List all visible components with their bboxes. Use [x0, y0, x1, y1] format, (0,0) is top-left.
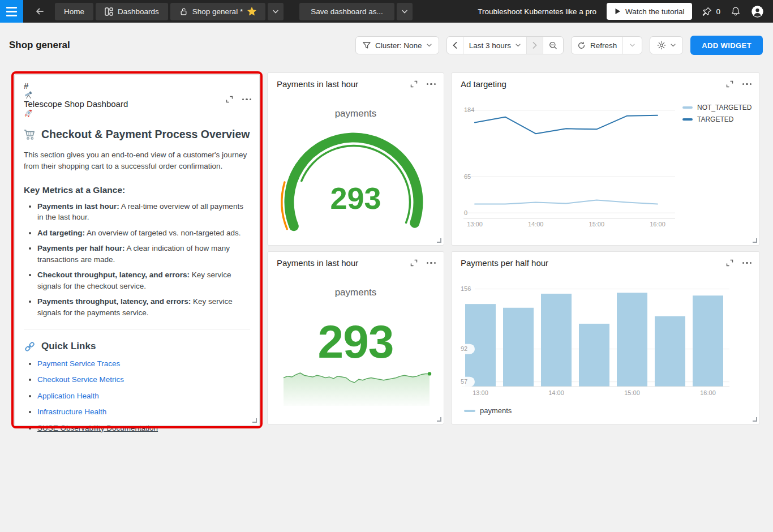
line-chart: 18465013:0014:0015:0016:00 [452, 73, 761, 246]
widget-menu-button[interactable] [427, 81, 436, 88]
avatar-icon [751, 5, 764, 18]
expand-widget-button[interactable] [410, 259, 418, 267]
quick-link[interactable]: Application Health [37, 392, 99, 400]
resize-handle[interactable] [437, 238, 441, 243]
time-range-button[interactable]: Last 3 hours [463, 37, 526, 54]
time-range-control: Last 3 hours [446, 36, 564, 54]
bell-icon [731, 6, 741, 17]
refresh-control: Refresh [571, 36, 642, 54]
chevron-down-icon [671, 44, 676, 47]
divider [24, 329, 250, 329]
metric-item: Payments in last hour: A real-time overv… [37, 201, 250, 223]
tab-dashboards[interactable]: Dashboards [96, 3, 168, 20]
chevron-down-icon [273, 10, 278, 14]
section-heading: Checkout & Payment Process Overview [24, 128, 250, 141]
watch-tutorial-label: Watch the tutorial [625, 7, 685, 16]
quick-links-list: Payment Service TracesCheckout Service M… [24, 358, 250, 434]
menu-icon[interactable] [0, 0, 23, 23]
refresh-icon [577, 41, 586, 50]
markdown-content: Checkout & Payment Process Overview This… [15, 121, 259, 434]
section-intro: This section gives you an end-to-end vie… [24, 149, 250, 173]
gear-icon [657, 41, 666, 50]
quick-link-item: SUSE Observability Documentation [37, 423, 250, 434]
time-back-button[interactable] [447, 37, 463, 54]
resize-handle[interactable] [437, 417, 441, 422]
tab-home[interactable]: Home [55, 3, 93, 20]
pin-count: 0 [716, 7, 720, 16]
add-widget-button[interactable]: ADD WIDGET [690, 36, 763, 55]
tab-home-label: Home [64, 7, 84, 16]
favorite-star-icon[interactable] [247, 7, 256, 16]
tab-options-button[interactable] [268, 3, 284, 20]
tab-shop-general[interactable]: Shop general * [170, 3, 265, 20]
payments-number-widget: Payments in last hour payments 293 [267, 251, 444, 424]
expand-widget-button[interactable] [226, 96, 233, 103]
settings-button[interactable] [650, 36, 683, 54]
series-marker [682, 106, 693, 109]
svg-text:13:00: 13:00 [473, 389, 488, 396]
cart-emoji-icon [24, 129, 36, 140]
zoom-out-time-button[interactable] [543, 37, 563, 54]
watch-tutorial-button[interactable]: Watch the tutorial [607, 3, 693, 20]
quick-link[interactable]: Payment Service Traces [37, 359, 120, 368]
svg-text:14:00: 14:00 [528, 221, 544, 228]
time-forward-button[interactable] [526, 37, 543, 54]
svg-text:0: 0 [464, 209, 467, 216]
external-doc-link[interactable]: SUSE Observability Documentation [37, 424, 158, 432]
resize-handle[interactable] [252, 418, 257, 423]
quick-links-heading: Quick Links [24, 341, 250, 353]
svg-text:14:00: 14:00 [548, 389, 564, 396]
legend-label: TARGETED [697, 115, 733, 123]
rocket-emoji-icon [24, 109, 33, 118]
save-dashboard-options-button[interactable] [397, 3, 413, 20]
chevron-left-icon [453, 42, 457, 49]
svg-text:156: 156 [461, 285, 471, 292]
svg-text:16:00: 16:00 [700, 389, 716, 396]
svg-text:57: 57 [461, 378, 467, 385]
metrics-heading: Key Metrics at a Glance: [24, 185, 250, 195]
back-arrow-icon [34, 6, 45, 17]
quick-link[interactable]: Checkout Service Metrics [37, 375, 124, 384]
resize-handle[interactable] [753, 238, 757, 243]
save-dashboard-button[interactable]: Save dashboard as... [299, 3, 394, 20]
refresh-options-button[interactable] [622, 37, 642, 54]
quick-link[interactable]: Infrastructure Health [37, 407, 106, 416]
widget-menu-button[interactable] [242, 96, 252, 103]
widget-menu-button[interactable] [427, 260, 436, 267]
chart-legend: NOT_TARGETED TARGETED [682, 104, 751, 123]
pinned-views-button[interactable]: 0 [702, 7, 720, 16]
expand-icon [410, 259, 418, 267]
refresh-button[interactable]: Refresh [572, 37, 622, 54]
widget-title: # Telescope Shop Dashboard [24, 81, 226, 118]
payments-per-half-hour-widget: Payments per half hour 156925713:0014:00… [451, 251, 760, 424]
user-menu-button[interactable] [751, 5, 764, 18]
expand-widget-button[interactable] [410, 80, 418, 88]
page-title: Shop general [9, 40, 70, 51]
top-navbar: Home Dashboards Shop general * Save dash… [0, 0, 773, 23]
page-header: Shop general Cluster: None Last 3 hours [0, 23, 773, 63]
link-emoji-icon [24, 341, 36, 353]
legend-item[interactable]: TARGETED [682, 115, 751, 123]
quick-link-item: Infrastructure Health [37, 406, 250, 418]
resize-handle[interactable] [753, 417, 757, 422]
tab-shop-general-label: Shop general * [192, 7, 243, 16]
promo-text: Troubleshoot Kubernetes like a pro [478, 7, 596, 16]
dashboards-icon [105, 7, 113, 16]
svg-text:92: 92 [461, 345, 467, 352]
quick-link-item: Checkout Service Metrics [37, 374, 250, 385]
widget-title: Payments in last hour [277, 79, 410, 89]
pin-icon [702, 7, 712, 16]
back-button[interactable] [31, 3, 48, 20]
notifications-button[interactable] [731, 6, 741, 17]
chevron-down-icon [402, 10, 407, 14]
bar-chart: 156925713:0014:0015:0016:00 [452, 252, 761, 425]
quick-link-item: Payment Service Traces [37, 358, 250, 370]
chart-legend[interactable]: payments [464, 406, 512, 415]
chevron-down-icon [630, 44, 635, 47]
metric-item: Payments throughput, latency, and errors… [37, 296, 250, 318]
legend-item[interactable]: NOT_TARGETED [682, 104, 751, 111]
time-range-label: Last 3 hours [469, 41, 511, 50]
ad-targeting-widget: Ad targeting 18465013:0014:0015:0016:00 … [451, 72, 760, 246]
svg-text:15:00: 15:00 [589, 221, 605, 228]
cluster-filter-button[interactable]: Cluster: None [355, 36, 439, 54]
